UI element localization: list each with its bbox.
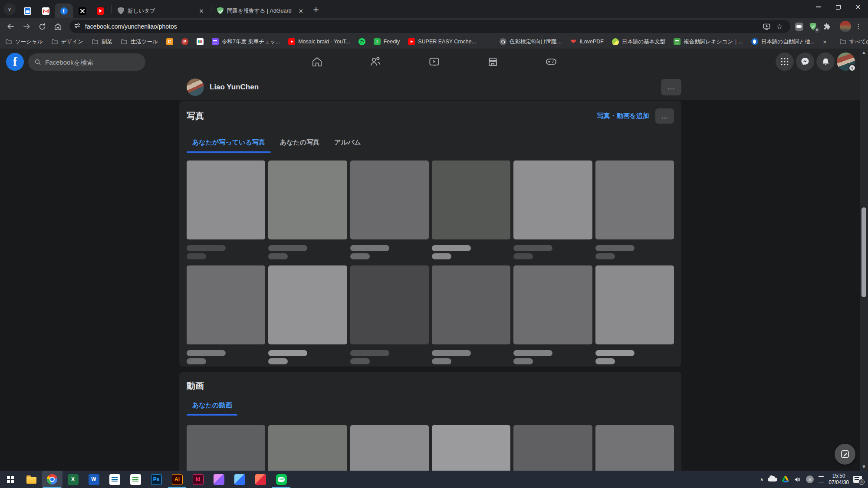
page-scrollbar[interactable]: ▲ ▼ [860, 49, 868, 471]
action-center-icon[interactable]: 3 [853, 476, 862, 483]
tab-close-icon[interactable]: × [297, 7, 305, 15]
tab-albums[interactable]: アルバム [329, 138, 366, 153]
bookmark-star-icon[interactable]: ☆ [773, 20, 786, 33]
photo-thumbnail[interactable] [350, 265, 429, 344]
add-photo-video-link[interactable]: 写真・動画を追加 [597, 112, 649, 120]
video-thumbnail[interactable] [350, 425, 429, 471]
scroll-down-arrow[interactable]: ▼ [860, 465, 868, 469]
scrollbar-thumb[interactable] [861, 207, 866, 297]
bookmark-dots-app[interactable] [484, 38, 491, 45]
messenger-button[interactable] [796, 52, 814, 71]
video-thumbnail[interactable] [187, 425, 265, 471]
bookmark-folder-social[interactable]: ソーシャル [5, 38, 43, 46]
tab-close-icon[interactable]: × [197, 7, 205, 15]
bookmark-folder-lifetools[interactable]: 生活ツール [121, 38, 158, 46]
minimize-button[interactable] [808, 0, 828, 14]
pinned-tab-gmail[interactable] [36, 3, 55, 18]
bookmark-japanese-sentence-patterns[interactable]: 日本語の基本文型 [612, 38, 665, 46]
bookmark-spotify[interactable] [358, 38, 365, 45]
photos-more-button[interactable]: … [655, 108, 674, 124]
address-bar[interactable]: facebook.com/yunchenliao/photos ☆ [69, 20, 790, 33]
friends-tab-icon[interactable] [369, 56, 381, 68]
install-app-icon[interactable] [760, 20, 773, 33]
video-thumbnail[interactable] [432, 425, 510, 471]
bookmark-folder-sidejob[interactable]: 副業 [92, 38, 112, 46]
photo-thumbnail[interactable] [268, 265, 347, 344]
photo-thumbnail[interactable] [432, 265, 510, 344]
snip-window-icon[interactable] [818, 476, 824, 482]
photo-thumbnail[interactable] [350, 160, 429, 239]
tray-chevron-icon[interactable]: ∧ [760, 477, 763, 482]
restore-button[interactable] [828, 0, 848, 14]
site-settings-icon[interactable] [74, 22, 81, 31]
watch-tab-icon[interactable] [428, 56, 440, 68]
photo-thumbnail[interactable] [513, 265, 592, 344]
bookmark-p-site[interactable]: P [181, 38, 188, 45]
pinned-tab-facebook-active[interactable]: f [55, 3, 73, 18]
url-text[interactable]: facebook.com/yunchenliao/photos [85, 23, 760, 30]
affinity-designer-button[interactable] [208, 471, 229, 488]
photo-thumbnail[interactable] [513, 160, 592, 239]
indesign-button[interactable]: Id [187, 471, 208, 488]
adguard-extension-icon[interactable]: 8 [807, 20, 819, 33]
bookmark-reiwa-check[interactable]: 令和7年度 乗車チェッ... [212, 38, 280, 46]
tab-your-photos[interactable]: あなたの写真 [274, 138, 325, 153]
close-window-button[interactable]: × [848, 0, 868, 14]
tab-your-videos[interactable]: あなたの動画 [187, 400, 237, 416]
pinned-tab-youtube[interactable] [91, 3, 109, 18]
libreoffice-calc-button[interactable] [125, 471, 146, 488]
tab-search-button[interactable]: ∨ [3, 3, 16, 15]
volume-icon[interactable] [793, 476, 802, 483]
scroll-up-arrow[interactable]: ▲ [860, 50, 868, 55]
photo-thumbnail[interactable] [595, 265, 674, 344]
video-thumbnail[interactable] [595, 425, 674, 471]
pinned-tab-x[interactable] [73, 3, 91, 18]
bookmark-crowdworks[interactable]: C [166, 38, 173, 45]
line-button[interactable]: LINE [271, 471, 292, 488]
account-avatar[interactable]: ∨ [837, 52, 855, 71]
gaming-tab-icon[interactable] [545, 56, 557, 68]
marketplace-tab-icon[interactable] [487, 56, 499, 68]
bookmark-feedly[interactable]: f Feedly [374, 38, 400, 45]
bookmark-folder-design[interactable]: デザイン [51, 38, 83, 46]
excel-button[interactable]: X [62, 471, 83, 488]
chrome-button[interactable] [42, 471, 62, 488]
all-bookmarks-button[interactable]: すべてのブックマーク [839, 38, 868, 46]
tab-adguard-report[interactable]: 問題を報告する | AdGuard × [214, 3, 308, 18]
profile-avatar[interactable] [187, 79, 204, 96]
notifications-button[interactable] [816, 52, 835, 71]
reload-button[interactable] [36, 20, 49, 33]
extensions-puzzle-icon[interactable] [821, 20, 833, 33]
photo-thumbnail[interactable] [432, 160, 510, 239]
affinity-publisher-button[interactable] [250, 471, 271, 488]
onedrive-icon[interactable] [768, 478, 777, 481]
home-tab-icon[interactable] [311, 56, 323, 68]
photoshop-button[interactable]: Ps [146, 471, 167, 488]
bookmark-mosaic-braid[interactable]: Mosaic braid - YouT... [288, 38, 350, 45]
new-tab-button[interactable]: + [310, 3, 322, 15]
profile-avatar[interactable] [839, 20, 852, 33]
back-button[interactable] [4, 20, 17, 33]
video-thumbnail[interactable] [513, 425, 592, 471]
video-thumbnail[interactable] [268, 425, 347, 471]
search-input[interactable] [45, 59, 132, 66]
bookmark-color-test[interactable]: 色彩検定®向け問題... [500, 38, 562, 46]
line-extension-icon[interactable] [793, 20, 805, 33]
start-button[interactable] [0, 471, 21, 488]
facebook-logo[interactable]: f [6, 53, 24, 71]
browser-menu-icon[interactable]: ⋮ [853, 23, 864, 30]
profile-name[interactable]: Liao YunChen [210, 83, 259, 92]
bookmark-compound-verb-lexicon[interactable]: 複合動詞レキシコン｜... [674, 38, 743, 46]
affinity-photo-button[interactable] [229, 471, 250, 488]
bookmarks-overflow-chevrons[interactable]: » [823, 38, 827, 45]
apps-menu-button[interactable] [776, 52, 794, 71]
tab-photos-of-you[interactable]: あなたが写っている写真 [187, 138, 271, 153]
bookmark-intransitive-verbs[interactable]: 日本語の自動詞と他... [751, 38, 815, 46]
word-button[interactable]: W [83, 471, 104, 488]
tab-new-tab[interactable]: 新しいタブ × [114, 3, 209, 18]
libreoffice-writer-button[interactable] [104, 471, 125, 488]
home-button[interactable] [51, 20, 64, 33]
photo-thumbnail[interactable] [187, 265, 265, 344]
compose-fab-button[interactable] [835, 444, 855, 465]
taskbar-clock[interactable]: 15:50 07/04/30 [829, 473, 849, 486]
